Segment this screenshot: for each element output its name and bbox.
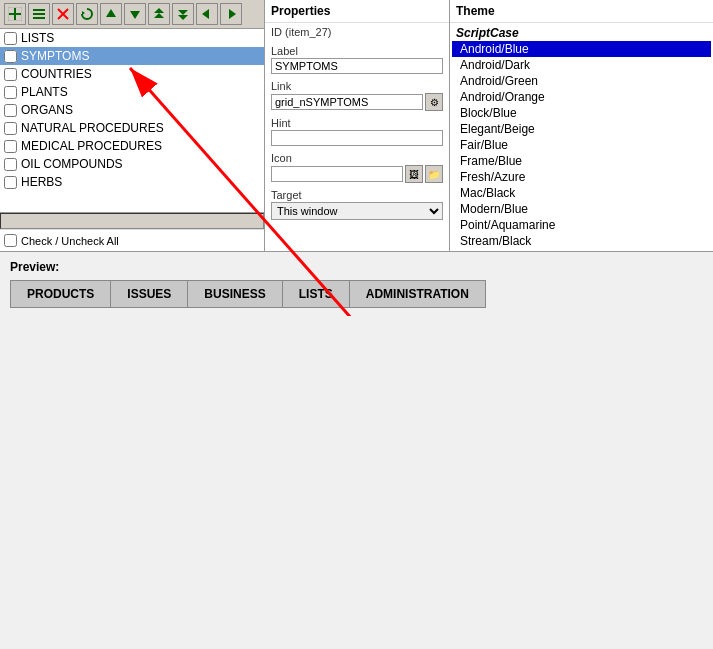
- list-item-label: LISTS: [21, 31, 54, 45]
- preview-tab[interactable]: PRODUCTS: [10, 280, 110, 308]
- preview-tab[interactable]: LISTS: [282, 280, 349, 308]
- prop-icon-row: Icon 🖼 📁: [265, 149, 449, 186]
- svg-marker-10: [130, 11, 140, 19]
- svg-rect-3: [33, 9, 45, 11]
- list-item-label: OIL COMPOUNDS: [21, 157, 123, 171]
- prop-target-select[interactable]: This windowNew windowParentTop: [271, 202, 443, 220]
- preview-tab[interactable]: BUSINESS: [187, 280, 281, 308]
- properties-panel: Properties ID (item_27) Label Link ⚙ Hin…: [265, 0, 450, 251]
- h-scrollbar[interactable]: [0, 213, 264, 229]
- theme-panel: Theme ScriptCaseAndroid/BlueAndroid/Dark…: [450, 0, 713, 251]
- toolbar-btn-refresh[interactable]: [76, 3, 98, 25]
- list-item-checkbox[interactable]: [4, 50, 17, 63]
- theme-item[interactable]: Android/Orange: [452, 89, 711, 105]
- prop-icon-browse-btn2[interactable]: 📁: [425, 165, 443, 183]
- theme-item[interactable]: Block/Blue: [452, 105, 711, 121]
- prop-label-label: Label: [271, 45, 443, 57]
- toolbar-btn-up[interactable]: [100, 3, 122, 25]
- list-item-label: SYMPTOMS: [21, 49, 89, 63]
- list-item[interactable]: OIL COMPOUNDS: [0, 155, 264, 173]
- prop-target-label: Target: [271, 189, 443, 201]
- prop-id-row: ID (item_27): [265, 23, 449, 42]
- list-item-checkbox[interactable]: [4, 122, 17, 135]
- prop-icon-input[interactable]: [271, 166, 403, 182]
- list-item-checkbox[interactable]: [4, 86, 17, 99]
- preview-tab[interactable]: ISSUES: [110, 280, 187, 308]
- list-item-label: MEDICAL PROCEDURES: [21, 139, 162, 153]
- properties-title: Properties: [265, 0, 449, 23]
- left-panel: LISTSSYMPTOMSCOUNTRIESPLANTSORGANSNATURA…: [0, 0, 265, 251]
- list-item-checkbox[interactable]: [4, 158, 17, 171]
- toolbar-btn-down2[interactable]: [172, 3, 194, 25]
- list-item[interactable]: MEDICAL PROCEDURES: [0, 137, 264, 155]
- list-item-label: HERBS: [21, 175, 62, 189]
- check-uncheck-area: Check / Uncheck All: [0, 229, 264, 251]
- prop-link-label: Link: [271, 80, 443, 92]
- theme-item[interactable]: Android/Green: [452, 73, 711, 89]
- svg-marker-11: [154, 8, 164, 13]
- prop-hint-label: Hint: [271, 117, 443, 129]
- toolbar-btn-up2[interactable]: [148, 3, 170, 25]
- prop-link-row: Link ⚙: [265, 77, 449, 114]
- list-item[interactable]: HERBS: [0, 173, 264, 191]
- svg-marker-12: [154, 13, 164, 18]
- theme-item[interactable]: Android/Dark: [452, 57, 711, 73]
- toolbar-btn-left[interactable]: [196, 3, 218, 25]
- list-item-label: NATURAL PROCEDURES: [21, 121, 164, 135]
- preview-label: Preview:: [10, 260, 703, 274]
- toolbar-btn-add[interactable]: [4, 3, 26, 25]
- toolbar-btn-right[interactable]: [220, 3, 242, 25]
- list-item[interactable]: ORGANS: [0, 101, 264, 119]
- list-item-label: ORGANS: [21, 103, 73, 117]
- prop-id-label: ID (item_27): [271, 26, 443, 38]
- svg-marker-13: [178, 15, 188, 20]
- list-item[interactable]: SYMPTOMS: [0, 47, 264, 65]
- list-item-label: COUNTRIES: [21, 67, 92, 81]
- list-area: LISTSSYMPTOMSCOUNTRIESPLANTSORGANSNATURA…: [0, 29, 264, 212]
- prop-label-row: Label: [265, 42, 449, 77]
- check-uncheck-label: Check / Uncheck All: [21, 235, 119, 247]
- theme-item[interactable]: Mac/Black: [452, 185, 711, 201]
- svg-rect-4: [33, 13, 45, 15]
- list-item-checkbox[interactable]: [4, 176, 17, 189]
- svg-marker-9: [106, 9, 116, 17]
- list-item-checkbox[interactable]: [4, 104, 17, 117]
- list-item-checkbox[interactable]: [4, 68, 17, 81]
- theme-item[interactable]: Fair/Blue: [452, 137, 711, 153]
- theme-list: ScriptCaseAndroid/BlueAndroid/DarkAndroi…: [450, 23, 713, 251]
- list-item[interactable]: LISTS: [0, 29, 264, 47]
- list-item[interactable]: PLANTS: [0, 83, 264, 101]
- scrollbar-area: [0, 212, 264, 229]
- prop-link-browse-btn[interactable]: ⚙: [425, 93, 443, 111]
- theme-item[interactable]: Android/Blue: [452, 41, 711, 57]
- check-uncheck-checkbox[interactable]: [4, 234, 17, 247]
- prop-link-input[interactable]: [271, 94, 423, 110]
- prop-icon-browse-btn1[interactable]: 🖼: [405, 165, 423, 183]
- list-item-checkbox[interactable]: [4, 140, 17, 153]
- theme-item[interactable]: Fresh/Azure: [452, 169, 711, 185]
- theme-item[interactable]: Point/Aquamarine: [452, 217, 711, 233]
- svg-marker-14: [178, 10, 188, 15]
- theme-item[interactable]: Stream/Black: [452, 233, 711, 249]
- list-item[interactable]: NATURAL PROCEDURES: [0, 119, 264, 137]
- list-item[interactable]: COUNTRIES: [0, 65, 264, 83]
- svg-rect-5: [33, 17, 45, 19]
- preview-section: Preview: PRODUCTSISSUESBUSINESSLISTSADMI…: [0, 252, 713, 316]
- theme-item[interactable]: Modern/Blue: [452, 201, 711, 217]
- theme-item[interactable]: Elegant/Beige: [452, 121, 711, 137]
- preview-tabs: PRODUCTSISSUESBUSINESSLISTSADMINISTRATIO…: [10, 280, 703, 308]
- preview-tab[interactable]: ADMINISTRATION: [349, 280, 486, 308]
- prop-icon-label: Icon: [271, 152, 443, 164]
- toolbar-btn-down[interactable]: [124, 3, 146, 25]
- prop-hint-input[interactable]: [271, 130, 443, 146]
- theme-item[interactable]: Frame/Blue: [452, 153, 711, 169]
- svg-rect-1: [14, 8, 16, 20]
- toolbar-btn-delete[interactable]: [52, 3, 74, 25]
- list-item-checkbox[interactable]: [4, 32, 17, 45]
- toolbar-btn-list[interactable]: [28, 3, 50, 25]
- list-item-label: PLANTS: [21, 85, 68, 99]
- prop-label-input[interactable]: [271, 58, 443, 74]
- prop-hint-row: Hint: [265, 114, 449, 149]
- toolbar: [0, 0, 264, 29]
- prop-target-row: Target This windowNew windowParentTop: [265, 186, 449, 223]
